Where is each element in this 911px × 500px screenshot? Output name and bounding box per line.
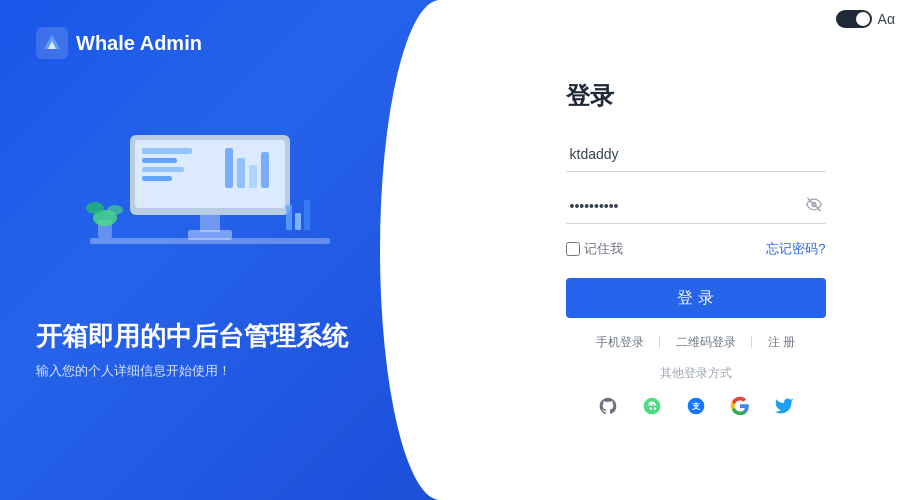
- logo-title: Whale Admin: [76, 32, 202, 55]
- other-login-label: 其他登录方式: [566, 365, 826, 382]
- left-panel: Whale Admin: [0, 0, 440, 500]
- dark-mode-toggle[interactable]: [836, 10, 872, 28]
- login-form: 登录 记住我 忘记密码? 登 录 手机登录 二维码登录: [566, 80, 826, 420]
- eye-icon[interactable]: [806, 197, 822, 216]
- logo-area: Whale Admin: [36, 27, 202, 59]
- form-title: 登录: [566, 80, 826, 112]
- wechat-icon[interactable]: [638, 392, 666, 420]
- remember-text: 记住我: [584, 240, 623, 258]
- alipay-icon[interactable]: 支: [682, 392, 710, 420]
- svg-rect-13: [237, 158, 245, 188]
- svg-rect-10: [142, 167, 184, 172]
- svg-rect-20: [286, 205, 292, 230]
- social-icons: 支: [566, 392, 826, 420]
- twitter-icon[interactable]: [770, 392, 798, 420]
- main-title: 开箱即用的中后台管理系统: [36, 319, 348, 354]
- login-button[interactable]: 登 录: [566, 278, 826, 318]
- forgot-password-link[interactable]: 忘记密码?: [766, 240, 825, 258]
- github-icon[interactable]: [594, 392, 622, 420]
- phone-login-option[interactable]: 手机登录: [596, 334, 644, 351]
- remember-checkbox[interactable]: [566, 242, 580, 256]
- svg-rect-12: [225, 148, 233, 188]
- remember-me-label[interactable]: 记住我: [566, 240, 623, 258]
- password-input[interactable]: [566, 188, 826, 224]
- top-right-controls: Aα: [836, 10, 895, 28]
- svg-rect-14: [249, 165, 257, 188]
- right-panel: 登录 记住我 忘记密码? 登 录 手机登录 二维码登录: [440, 0, 911, 500]
- form-options: 记住我 忘记密码?: [566, 240, 826, 258]
- password-group: [566, 188, 826, 224]
- sub-title: 输入您的个人详细信息开始使用！: [36, 362, 348, 380]
- toggle-knob: [856, 12, 870, 26]
- username-input[interactable]: [566, 136, 826, 172]
- svg-rect-15: [261, 152, 269, 188]
- svg-text:支: 支: [691, 401, 701, 411]
- svg-point-18: [86, 202, 104, 214]
- svg-point-19: [107, 205, 123, 215]
- svg-rect-9: [142, 158, 177, 163]
- google-icon[interactable]: [726, 392, 754, 420]
- qrcode-login-option[interactable]: 二维码登录: [676, 334, 736, 351]
- svg-rect-8: [142, 148, 192, 154]
- svg-rect-22: [304, 200, 310, 230]
- svg-rect-11: [142, 176, 172, 181]
- language-icon[interactable]: Aα: [878, 11, 895, 27]
- left-content: 开箱即用的中后台管理系统 输入您的个人详细信息开始使用！: [36, 319, 348, 380]
- logo-icon: [36, 27, 68, 59]
- alt-login-options: 手机登录 二维码登录 注 册: [566, 334, 826, 351]
- svg-rect-21: [295, 213, 301, 230]
- username-group: [566, 136, 826, 172]
- illustration: [60, 80, 360, 280]
- register-option[interactable]: 注 册: [768, 334, 795, 351]
